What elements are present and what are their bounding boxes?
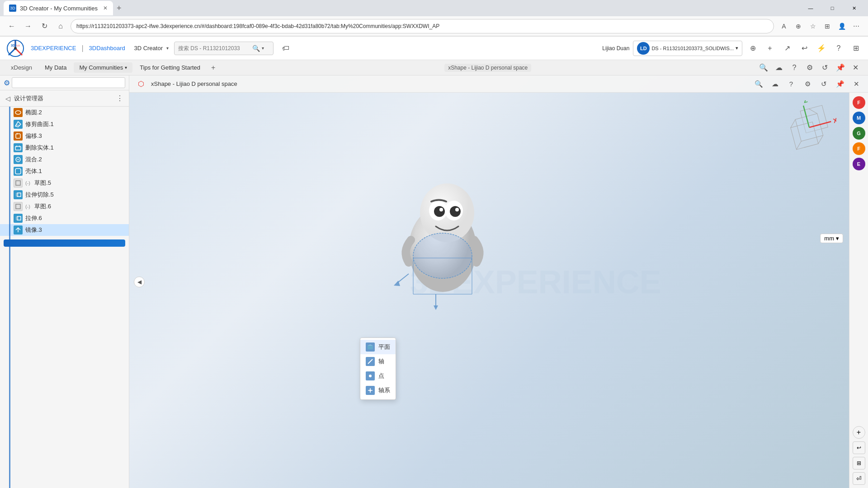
tree-item-8[interactable]: (-) 草图.6 xyxy=(0,201,129,212)
ctx-axis-icon xyxy=(366,357,375,366)
user-name-label: Lijiao Duan xyxy=(602,45,629,52)
home-button[interactable]: ⌂ xyxy=(54,20,67,33)
active-tab[interactable]: 3D 3D Creator - My Communities ✕ xyxy=(4,1,113,15)
activities-icon[interactable]: ⚡ xyxy=(815,42,828,55)
item-icon-2 xyxy=(14,131,23,141)
tree-item-1[interactable]: 修剪曲面.1 xyxy=(0,118,129,130)
back-button[interactable]: ← xyxy=(5,20,18,33)
translate-icon[interactable]: A xyxy=(778,20,790,33)
communities-dropdown[interactable]: ▾ xyxy=(125,65,127,70)
bookmark-icon[interactable]: 🏷 xyxy=(279,42,292,55)
item-label-8: 草图.6 xyxy=(34,202,51,211)
ctx-axis-label: 轴 xyxy=(378,357,384,366)
svg-marker-34 xyxy=(434,305,438,310)
close-button[interactable]: ✕ xyxy=(844,1,864,15)
tree-item-6[interactable]: (-) 草图.5 xyxy=(0,177,129,189)
tree-item-0[interactable]: 椭圆.2 xyxy=(0,107,129,118)
axis-indicator: X Z xyxy=(782,100,836,156)
help-icon[interactable]: ? xyxy=(832,42,845,55)
app-name-header: xShape - Lijiao D personal space xyxy=(444,64,531,72)
item-icon-7 xyxy=(14,190,23,199)
ctx-plane-item[interactable]: 平面 xyxy=(360,340,396,354)
cloud-icon[interactable]: ☁ xyxy=(772,61,786,75)
favorites-icon[interactable]: ☆ xyxy=(807,20,819,33)
vp-pin-icon[interactable]: 📌 xyxy=(834,78,846,90)
panel-search-input[interactable] xyxy=(12,77,125,88)
svg-point-53 xyxy=(369,389,371,391)
compass-icon: 3D V,R xyxy=(6,39,24,57)
tree-item-4[interactable]: 混合.2 xyxy=(0,154,129,165)
user-circle-3[interactable]: F xyxy=(853,142,865,155)
new-tab-button[interactable]: + xyxy=(113,4,125,13)
vp-close-icon[interactable]: ✕ xyxy=(850,78,863,90)
sidebar-settings-button[interactable]: ⊞ xyxy=(853,457,865,469)
add-tab-button[interactable]: + xyxy=(208,63,219,73)
vp-settings-icon[interactable]: ⚙ xyxy=(801,78,814,90)
ctx-point-item[interactable]: 点 xyxy=(360,369,396,383)
tree-item-9[interactable]: 拉伸.6 xyxy=(0,212,129,224)
nav-mycommunities[interactable]: My Communities ▾ xyxy=(74,62,132,73)
ds-selector[interactable]: LD DS - R1132101203373_SOLIDWIS... ▾ xyxy=(633,41,742,56)
close-app-icon[interactable]: ✕ xyxy=(849,61,863,75)
app-dropdown-arrow[interactable]: ▾ xyxy=(166,46,169,51)
nav-tips[interactable]: Tips for Getting Started xyxy=(134,62,206,73)
back-nav-icon[interactable]: ↩ xyxy=(797,42,811,55)
more-button[interactable]: ⋯ xyxy=(850,20,863,33)
search-icon[interactable]: 🔍 xyxy=(252,45,260,52)
vp-search-icon[interactable]: 🔍 xyxy=(752,78,765,90)
dashboard-label[interactable]: 3DDashboard xyxy=(89,45,125,52)
user-circle-1[interactable]: M xyxy=(853,112,865,124)
ctx-axissys-item[interactable]: 轴系 xyxy=(360,383,396,398)
tree-item-5[interactable]: 壳体.1 xyxy=(0,165,129,177)
forward-button[interactable]: → xyxy=(22,20,34,33)
sidebar-arrow-button[interactable]: ↩ xyxy=(853,441,865,454)
search-input[interactable] xyxy=(178,45,250,52)
user-circle-4[interactable]: E xyxy=(853,158,865,170)
item-label-4: 混合.2 xyxy=(25,155,42,164)
refresh-button[interactable]: ↻ xyxy=(38,20,51,33)
nav-xdesign[interactable]: xDesign xyxy=(5,62,38,73)
profile-icon[interactable]: 👤 xyxy=(835,20,848,33)
tree-item-2[interactable]: 偏移.3 xyxy=(0,130,129,142)
search-nav-icon[interactable]: 🔍 xyxy=(757,61,770,75)
panel-menu-button[interactable]: ⋮ xyxy=(116,94,123,103)
ctx-point-icon xyxy=(366,371,375,380)
search-dropdown[interactable]: ▾ xyxy=(262,46,264,51)
nav-mydata[interactable]: My Data xyxy=(39,62,72,73)
units-dropdown-arrow[interactable]: ▾ xyxy=(836,235,839,242)
refresh-nav-icon[interactable]: ↺ xyxy=(818,61,832,75)
tree-item-7[interactable]: 拉伸切除.5 xyxy=(0,189,129,201)
panel-collapse-edge-button[interactable]: ◀ xyxy=(134,277,145,287)
tree-scroll-area: 椭圆.2 修剪曲面.1 偏移.3 删除实体.1 xyxy=(0,107,129,488)
pin-icon[interactable]: 📌 xyxy=(834,61,847,75)
ctx-axis-item[interactable]: 轴 xyxy=(360,354,396,369)
item-icon-0 xyxy=(14,108,23,117)
svg-text:X: X xyxy=(832,116,836,124)
compass-logo[interactable]: 3D V,R xyxy=(5,38,25,58)
tree-item-10[interactable]: 镜像.3 xyxy=(0,224,129,236)
settings-nav-icon[interactable]: ⚙ xyxy=(803,61,816,75)
compass-nav-icon[interactable]: ⊕ xyxy=(746,42,760,55)
tree-item-3[interactable]: 删除实体.1 xyxy=(0,142,129,154)
panel-collapse-button[interactable]: ◁ xyxy=(5,95,10,102)
tab-close-button[interactable]: ✕ xyxy=(103,5,108,11)
svg-rect-12 xyxy=(15,169,21,174)
collections-icon[interactable]: ⊞ xyxy=(821,20,834,33)
units-selector[interactable]: mm ▾ xyxy=(820,234,843,243)
vp-refresh-icon[interactable]: ↺ xyxy=(817,78,830,90)
vp-cloud-icon[interactable]: ☁ xyxy=(769,78,781,90)
user-circle-2[interactable]: G xyxy=(853,127,865,140)
ds-dropdown-arrow[interactable]: ▾ xyxy=(736,45,738,51)
extensions-icon[interactable]: ⊕ xyxy=(792,20,805,33)
user-circle-0[interactable]: F xyxy=(853,96,865,109)
minimize-button[interactable]: — xyxy=(800,1,821,15)
add-icon[interactable]: + xyxy=(763,42,777,55)
address-input[interactable] xyxy=(71,19,774,33)
sidebar-logout-button[interactable]: ⏎ xyxy=(853,472,865,485)
add-sidebar-button[interactable]: + xyxy=(853,426,865,439)
settings-expand[interactable]: ⊞ xyxy=(849,42,863,55)
vp-help-icon[interactable]: ? xyxy=(785,78,797,90)
help-nav-icon[interactable]: ? xyxy=(788,61,801,75)
share-icon[interactable]: ↗ xyxy=(780,42,794,55)
maximize-button[interactable]: □ xyxy=(822,1,843,15)
